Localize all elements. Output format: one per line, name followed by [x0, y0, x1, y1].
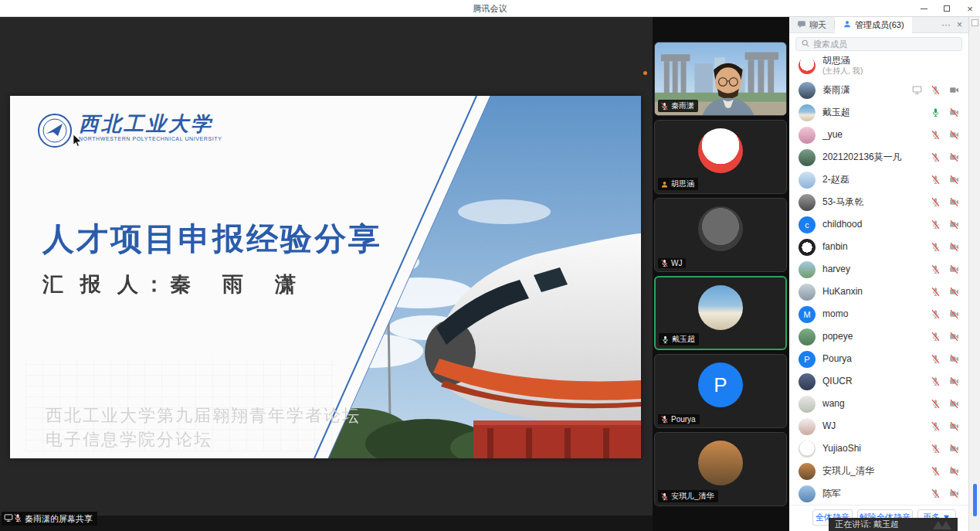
member-row[interactable]: 53-马承乾 — [789, 191, 968, 213]
member-avatar: P — [799, 351, 816, 368]
minimize-button[interactable] — [918, 3, 929, 14]
tencent-meeting-window: 腾讯会议 × — [0, 0, 980, 531]
mic-muted-icon — [931, 421, 941, 431]
member-avatar — [799, 441, 816, 458]
member-avatar — [799, 149, 816, 166]
member-row[interactable]: 秦雨潇 — [789, 79, 968, 101]
tile-name-text: 安琪儿_清华 — [671, 491, 714, 502]
tile-name-text: 戴玉超 — [672, 334, 695, 345]
member-row[interactable]: cchildhood — [789, 213, 968, 236]
camera-muted-icon — [949, 376, 959, 386]
tab-members-label: 管理成员(63) — [855, 19, 904, 31]
video-tile[interactable]: 胡思涵 — [654, 120, 787, 194]
mic-muted-icon — [931, 264, 941, 274]
member-role-label: (主持人, 我) — [822, 66, 863, 76]
member-row[interactable]: 戴玉超 — [789, 101, 968, 124]
minimize-icon — [921, 9, 927, 9]
tile-name-text: 秦雨潇 — [671, 100, 694, 111]
video-tile[interactable]: PPourya — [654, 354, 787, 428]
host-person-icon — [660, 180, 669, 189]
member-row[interactable]: 安琪儿_清华 — [789, 460, 968, 482]
camera-muted-icon — [949, 242, 959, 252]
panel-edge-strip — [968, 17, 980, 531]
video-tile[interactable]: WJ — [654, 198, 787, 272]
video-tile[interactable]: 戴玉超 — [654, 276, 787, 350]
member-name: Pourya — [822, 354, 852, 365]
video-thumbnail-strip: 秦雨潇胡思涵WJ戴玉超PPourya安琪儿_清华 — [653, 17, 789, 531]
member-row[interactable]: YujiaoShi — [789, 437, 968, 460]
member-name: momo — [822, 309, 848, 320]
slide-title: 人才项目申报经验分享 — [42, 218, 382, 260]
tile-name-label: WJ — [658, 258, 686, 268]
tab-members[interactable]: 管理成员(63) — [835, 17, 912, 33]
member-name: QIUCR — [822, 376, 853, 387]
mic-muted-icon — [660, 102, 669, 111]
close-icon: × — [967, 4, 973, 14]
annotation-dot — [643, 71, 647, 75]
mouse-cursor-icon — [73, 134, 82, 150]
member-list-scrollbar[interactable] — [973, 484, 977, 516]
participant-avatar — [698, 285, 743, 330]
member-avatar — [799, 463, 816, 480]
camera-muted-icon — [949, 444, 959, 454]
mic-muted-icon — [660, 492, 669, 501]
participant-avatar — [698, 441, 743, 485]
camera-muted-icon — [949, 152, 959, 162]
mic-muted-icon — [13, 513, 22, 522]
speaking-toast: 正在讲话: 戴玉超 — [829, 518, 958, 531]
member-avatar: c — [799, 216, 816, 233]
screen-share-label-text: 秦雨潇的屏幕共享 — [25, 513, 93, 525]
member-row[interactable]: HuKanxin — [789, 281, 968, 303]
member-row[interactable]: PPourya — [789, 348, 968, 370]
member-row[interactable]: fanbin — [789, 236, 968, 258]
toast-watermark-icon — [931, 518, 953, 531]
member-row[interactable]: 胡思涵(主持人, 我) — [789, 53, 968, 79]
tile-name-text: 胡思涵 — [671, 179, 694, 189]
tab-chat[interactable]: 聊天 — [789, 17, 834, 33]
member-search-input[interactable] — [813, 39, 957, 49]
members-tab-icon — [843, 19, 852, 29]
mic-muted-icon — [931, 399, 941, 409]
member-row[interactable]: wang — [789, 393, 968, 415]
member-name: WJ — [822, 421, 836, 432]
member-row[interactable]: popeye — [789, 325, 968, 348]
member-name: _yue — [822, 130, 843, 141]
member-avatar — [799, 104, 816, 121]
member-row[interactable]: QIUCR — [789, 370, 968, 393]
video-tile[interactable]: 秦雨潇 — [654, 42, 787, 116]
mic-muted-icon — [931, 175, 941, 185]
mic-muted-icon — [660, 259, 669, 267]
member-name: 2-赵磊 — [822, 175, 849, 186]
member-name: fanbin — [822, 242, 848, 253]
panel-more-button[interactable]: ··· — [941, 20, 951, 29]
mic-muted-icon — [931, 242, 941, 252]
mic-muted-icon — [931, 444, 941, 454]
speaking-toast-text: 正在讲话: 戴玉超 — [835, 519, 899, 530]
search-icon — [801, 39, 810, 48]
member-row[interactable]: _yue — [789, 124, 968, 146]
member-row[interactable]: harvey — [789, 258, 968, 281]
member-row[interactable]: 2021202136莫一凡 — [789, 146, 968, 168]
participant-avatar: P — [698, 363, 743, 407]
camera-muted-icon — [949, 197, 959, 207]
member-avatar — [799, 396, 816, 413]
video-tile[interactable]: 安琪儿_清华 — [654, 432, 787, 506]
mic-muted-icon — [931, 488, 941, 499]
member-avatar — [799, 485, 816, 502]
tile-name-label: 安琪儿_清华 — [658, 490, 718, 502]
slide-footer-line2: 电子信息学院分论坛 — [46, 427, 361, 451]
member-name: wang — [822, 399, 845, 410]
member-avatar — [799, 57, 816, 74]
mic-muted-icon — [931, 220, 941, 230]
close-button[interactable]: × — [965, 3, 975, 14]
maximize-button[interactable] — [941, 3, 952, 14]
panel-collapse-button[interactable] — [972, 19, 978, 26]
member-row[interactable]: Mmomo — [789, 303, 968, 325]
tile-name-label: 秦雨潇 — [658, 100, 698, 112]
mic-muted-icon — [931, 376, 941, 386]
panel-close-button[interactable]: × — [957, 20, 962, 29]
member-row[interactable]: 2-赵磊 — [789, 168, 968, 191]
member-row[interactable]: WJ — [789, 415, 968, 437]
camera-muted-icon — [949, 287, 959, 297]
member-row[interactable]: 陈军 — [789, 482, 968, 505]
